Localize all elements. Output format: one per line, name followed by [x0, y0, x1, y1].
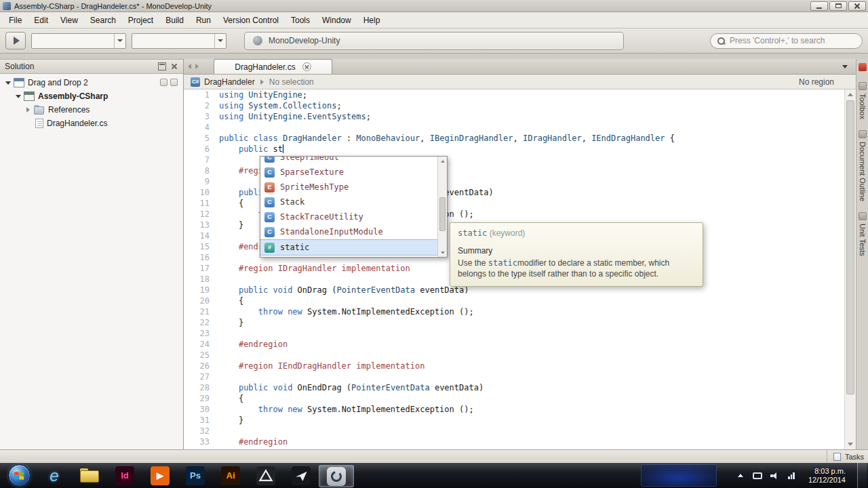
row-options-icon[interactable]	[160, 79, 167, 86]
line-number-gutter[interactable]: 23	[184, 328, 215, 339]
code-text[interactable]: }	[219, 220, 243, 230]
run-button[interactable]	[5, 32, 26, 49]
configuration-dropdown-arrow[interactable]	[114, 34, 125, 48]
errors-pad-icon[interactable]	[859, 63, 867, 71]
code-text[interactable]: #region IDragHandler implementation	[219, 263, 410, 274]
completion-item-spritemeshtype[interactable]: ESpriteMeshType	[260, 180, 437, 195]
photoshop-icon[interactable]: Ps	[178, 463, 213, 488]
completion-item-standaloneinputmodule[interactable]: CStandaloneInputModule	[260, 224, 437, 239]
code-text[interactable]: using System.Collections;	[219, 100, 342, 111]
menu-view[interactable]: View	[54, 13, 84, 28]
line-number-gutter[interactable]: 11	[184, 198, 215, 209]
code-text[interactable]: #region IEndDragHandler implementation	[219, 361, 425, 371]
pad-tab-toolbox[interactable]: Toolbox	[859, 82, 867, 119]
line-number-gutter[interactable]: 9	[184, 176, 215, 187]
unity-icon[interactable]	[248, 463, 283, 488]
line-number-gutter[interactable]: 25	[184, 350, 215, 361]
code-text[interactable]: throw new System.NotImplementedException…	[219, 404, 474, 415]
line-number-gutter[interactable]: 33	[184, 436, 215, 447]
line-number-gutter[interactable]: 3	[184, 111, 215, 122]
scroll-down-icon[interactable]	[438, 248, 447, 257]
line-number-gutter[interactable]: 29	[184, 393, 215, 404]
code-text[interactable]: {	[219, 198, 243, 209]
close-pad-icon[interactable]	[170, 62, 178, 70]
completion-item-sleeptimeout[interactable]: CSleepTimeout	[260, 157, 437, 165]
code-text[interactable]: public void OnDrag (PointerEventData eve…	[219, 285, 469, 296]
line-number-gutter[interactable]: 17	[184, 263, 215, 274]
monodevelop-icon[interactable]	[319, 465, 354, 487]
configuration-dropdown[interactable]	[31, 33, 126, 49]
tree-item-drag-and-drop-2[interactable]: Drag and Drop 2	[0, 76, 183, 89]
expander-icon[interactable]	[13, 92, 23, 101]
menu-run[interactable]: Run	[190, 13, 217, 28]
network-icon[interactable]	[786, 470, 797, 481]
line-number-gutter[interactable]: 20	[184, 296, 215, 306]
tree-item-assembly-csharp[interactable]: Assembly-CSharp	[0, 89, 183, 103]
media-app-icon[interactable]: ▶	[142, 463, 178, 488]
line-number-gutter[interactable]: 28	[184, 382, 215, 393]
code-text[interactable]: {	[219, 393, 243, 404]
tab-list-dropdown-icon[interactable]	[842, 65, 848, 68]
nav-forward-icon[interactable]	[195, 64, 199, 69]
expander-icon[interactable]	[3, 78, 13, 87]
completion-item-static[interactable]: #static	[260, 239, 437, 256]
menu-file[interactable]: File	[3, 13, 28, 28]
taskbar-clock[interactable]: 8:03 p.m. 12/12/2014	[803, 467, 851, 485]
line-number-gutter[interactable]: 27	[184, 371, 215, 382]
menu-edit[interactable]: Edit	[28, 13, 54, 28]
completion-item-sparsetexture[interactable]: CSparseTexture	[260, 165, 437, 180]
internet-explorer-icon[interactable]: e	[37, 463, 72, 488]
breadcrumb-class[interactable]: DragHandeler	[204, 77, 255, 87]
display-settings-icon[interactable]	[752, 470, 763, 481]
nav-back-icon[interactable]	[188, 64, 191, 69]
line-number-gutter[interactable]: 13	[184, 220, 215, 230]
line-number-gutter[interactable]: 2	[184, 100, 215, 111]
line-number-gutter[interactable]: 19	[184, 285, 215, 296]
menu-window[interactable]: Window	[316, 13, 357, 28]
line-number-gutter[interactable]: 5	[184, 133, 215, 144]
volume-icon[interactable]	[769, 470, 780, 481]
unity-editor-icon[interactable]	[283, 463, 319, 488]
line-number-gutter[interactable]: 15	[184, 241, 215, 252]
code-text[interactable]: throw new System.NotImplementedException…	[219, 306, 474, 317]
scroll-down-icon[interactable]	[845, 439, 856, 449]
menu-help[interactable]: Help	[357, 13, 387, 28]
menu-version-control[interactable]: Version Control	[217, 13, 285, 28]
dock-pad-icon[interactable]	[158, 62, 166, 70]
title-bar[interactable]: Assembly-CSharp - DragHandeler.cs* - Mon…	[0, 0, 868, 12]
global-search[interactable]	[710, 33, 863, 49]
pad-tab-unit-tests[interactable]: Unit Tests	[859, 212, 867, 256]
editor-scrollbar[interactable]	[844, 89, 856, 449]
scroll-up-icon[interactable]	[845, 89, 856, 100]
line-number-gutter[interactable]: 22	[184, 317, 215, 328]
breadcrumb-selection[interactable]: No selection	[269, 77, 314, 87]
line-number-gutter[interactable]: 7	[184, 155, 215, 165]
row-menu-icon[interactable]	[170, 79, 178, 86]
illustrator-icon[interactable]: Ai	[213, 463, 248, 488]
scrollbar-thumb[interactable]	[846, 100, 854, 394]
line-number-gutter[interactable]: 24	[184, 339, 215, 350]
pad-tab-document-outline[interactable]: Document Outline	[859, 130, 867, 201]
tray-expand-icon[interactable]	[735, 470, 746, 481]
line-number-gutter[interactable]: 8	[184, 165, 215, 176]
tab-close-icon[interactable]	[302, 62, 311, 71]
expander-icon[interactable]	[23, 105, 33, 115]
code-text[interactable]: #endregion	[219, 436, 288, 447]
completion-item-stack[interactable]: CStack	[260, 195, 437, 209]
indesign-icon[interactable]: Id	[107, 463, 142, 488]
autocomplete-scrollbar[interactable]	[437, 157, 447, 257]
line-number-gutter[interactable]: 6	[184, 144, 215, 155]
line-number-gutter[interactable]: 21	[184, 306, 215, 317]
code-text[interactable]: using UnityEngine;	[219, 89, 307, 100]
line-number-gutter[interactable]: 32	[184, 426, 215, 436]
menu-build[interactable]: Build	[159, 13, 190, 28]
menu-tools[interactable]: Tools	[285, 13, 316, 28]
line-number-gutter[interactable]: 12	[184, 209, 215, 220]
line-number-gutter[interactable]: 18	[184, 274, 215, 285]
line-number-gutter[interactable]: 31	[184, 415, 215, 426]
windows-explorer-icon[interactable]	[72, 463, 107, 488]
completion-item-stacktraceutility[interactable]: CStackTraceUtility	[260, 209, 437, 224]
tree-item-draghandeler-cs[interactable]: DragHandeler.cs	[0, 117, 183, 130]
close-button[interactable]	[848, 1, 866, 11]
tab-draghandeler[interactable]: DragHandeler.cs	[214, 59, 332, 74]
